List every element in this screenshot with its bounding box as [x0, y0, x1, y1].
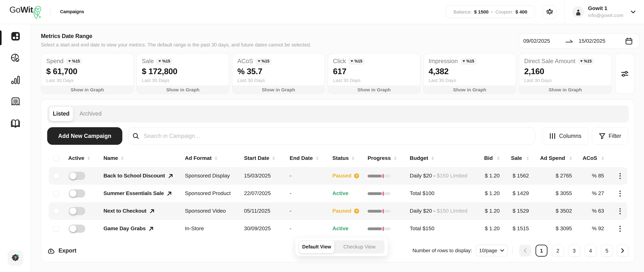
- svg-text:?: ?: [14, 256, 17, 260]
